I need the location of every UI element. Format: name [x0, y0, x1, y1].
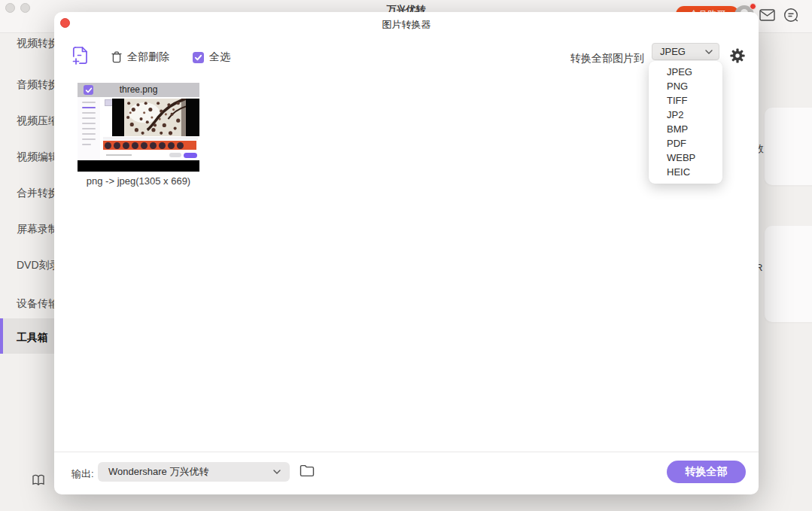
file-card-header: three.png [78, 83, 199, 97]
file-checkbox[interactable] [84, 85, 93, 95]
thumb-timeline [103, 141, 196, 150]
sidebar-item-video-compress[interactable]: 视频压缩 [17, 114, 59, 128]
sidebar-item-merge-convert[interactable]: 合并转换 [17, 187, 59, 200]
format-select[interactable]: JPEG [652, 43, 719, 60]
format-option-jpeg[interactable]: JPEG [649, 65, 722, 79]
sidebar-item-dvd-burn[interactable]: DVD刻录 [17, 259, 60, 272]
background-tool-card[interactable] [765, 226, 812, 322]
dialog-title: 图片转换器 [54, 18, 759, 32]
support-chat-icon[interactable] [783, 8, 799, 23]
dialog-footer: 输出: Wondershare 万兴优转 转换全部 [54, 452, 759, 494]
format-option-bmp[interactable]: BMP [649, 122, 722, 136]
format-option-pdf[interactable]: PDF [649, 136, 722, 151]
image-converter-dialog: 图片转换器 全部删除 全选 转换全部图片到 JPEG [54, 12, 759, 494]
add-files-button[interactable] [71, 46, 90, 65]
chevron-down-icon [705, 50, 713, 54]
trash-icon [111, 51, 122, 63]
sidebar-item-device-transfer[interactable]: 设备传输 [17, 297, 59, 311]
file-conversion-info: png -> jpeg(1305 x 669) [78, 175, 199, 187]
format-settings-gear-icon[interactable] [730, 48, 745, 63]
convert-all-button[interactable]: 转换全部 [667, 461, 746, 483]
file-thumbnail [78, 97, 199, 172]
format-option-png[interactable]: PNG [649, 79, 722, 93]
delete-all-label: 全部删除 [127, 50, 169, 64]
user-guide-book-icon[interactable] [32, 473, 45, 487]
sidebar-item-screen-record[interactable]: 屏幕录制 [17, 223, 59, 236]
format-option-tiff[interactable]: TIFF [649, 93, 722, 108]
select-all-label: 全选 [209, 50, 230, 64]
format-option-jp2[interactable]: JP2 [649, 108, 722, 122]
file-card[interactable]: three.png [78, 83, 199, 187]
output-label: 输出: [71, 467, 94, 481]
thumb-app-sidebar [78, 97, 100, 160]
select-all-control[interactable]: 全选 [193, 50, 230, 64]
format-dropdown-menu: JPEG PNG TIFF JP2 BMP PDF WEBP HEIC [649, 61, 722, 184]
file-name: three.png [78, 83, 199, 97]
mail-icon[interactable] [759, 9, 775, 21]
thumb-bottom-bar [103, 150, 199, 160]
format-option-webp[interactable]: WEBP [649, 151, 722, 165]
thumb-video-preview [112, 99, 199, 136]
format-select-value: JPEG [660, 46, 705, 57]
sidebar-item-video-convert[interactable]: 视频转换 [17, 37, 59, 50]
output-location-value: Wondershare 万兴优转 [108, 465, 273, 479]
open-folder-icon[interactable] [300, 464, 315, 477]
select-all-checkbox[interactable] [193, 52, 204, 63]
sidebar-active-accent [0, 318, 3, 354]
delete-all-button[interactable]: 全部删除 [111, 50, 169, 64]
sidebar-item-video-edit[interactable]: 视频编辑 [17, 151, 59, 164]
sidebar-item-toolbox[interactable]: 工具箱 [17, 331, 48, 345]
notification-dot [750, 3, 756, 10]
thumb-letterbox [78, 160, 199, 172]
background-tool-card[interactable] [765, 108, 812, 185]
chevron-down-icon [273, 470, 281, 474]
output-location-select[interactable]: Wondershare 万兴优转 [98, 462, 290, 482]
format-option-heic[interactable]: HEIC [649, 165, 722, 179]
sidebar-item-audio-convert[interactable]: 音频转换 [17, 78, 59, 92]
thumb-player-controls [103, 137, 198, 140]
convert-to-label: 转换全部图片到 [570, 52, 644, 65]
